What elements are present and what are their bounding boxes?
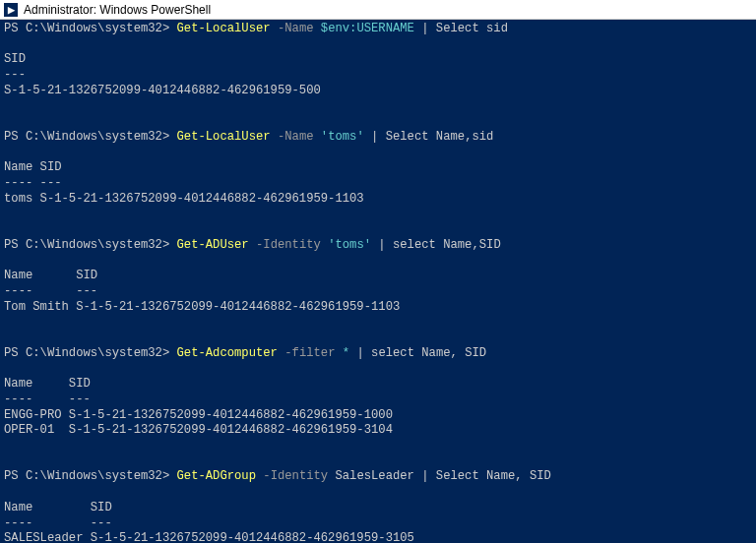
output-line: Name SID [4,501,752,516]
output-line: Name SID [4,377,752,392]
argument: SalesLeader [335,469,413,483]
output-line: ---- --- [4,176,752,192]
output-line: ---- --- [4,516,752,532]
icon-glyph: ▶ [8,5,15,15]
output-line: Tom Smith S-1-5-21-1326752099-4012446882… [4,300,752,316]
output-line [4,114,752,130]
window-title: Administrator: Windows PowerShell [24,3,211,17]
terminal-line: PS C:\Windows\system32> Get-LocalUser -N… [4,130,752,146]
prompt: PS C:\Windows\system32> [4,130,177,144]
cmdlet: Get-ADGroup [177,469,256,483]
output-line: Name SID [4,160,752,176]
terminal-area[interactable]: PS C:\Windows\system32> Get-LocalUser -N… [0,20,756,543]
output-line: Name SID [4,269,752,284]
pipeline-tail: | Select Name,sid [364,130,494,144]
prompt: PS C:\Windows\system32> [4,22,177,35]
output-line [4,146,752,161]
titlebar[interactable]: ▶ Administrator: Windows PowerShell [0,0,756,20]
parameter: -Name [278,22,314,35]
output-line: toms S-1-5-21-1326752099-4012446882-4629… [4,192,752,208]
output-line: ---- --- [4,284,752,300]
output-line: ENGG-PRO S-1-5-21-1326752099-4012446882-… [4,408,752,424]
output-line [4,454,752,470]
cmdlet: Get-Adcomputer [177,346,278,360]
pipeline-tail: | select Name,SID [371,238,501,252]
parameter: -Identity [256,238,321,252]
output-line: --- [4,68,752,84]
output-line [4,207,752,222]
terminal-line: PS C:\Windows\system32> Get-LocalUser -N… [4,22,752,37]
output-line [4,331,752,346]
parameter: -Identity [263,469,328,483]
argument: 'toms' [328,238,371,252]
prompt: PS C:\Windows\system32> [4,346,177,360]
output-line [4,99,752,115]
powershell-icon: ▶ [4,3,18,17]
output-line [4,439,752,454]
pipeline-tail: | select Name, SID [349,346,486,360]
parameter: -filter [284,346,335,360]
argument: $env:USERNAME [321,22,414,35]
output-line: OPER-01 S-1-5-21-1326752099-4012446882-4… [4,423,752,439]
output-line: SALESLeader S-1-5-21-1326752099-40124468… [4,531,752,543]
parameter: -Name [278,130,314,144]
output-line: SID [4,52,752,68]
output-line: ---- --- [4,392,752,408]
pipeline-tail: | Select sid [414,22,508,35]
prompt: PS C:\Windows\system32> [4,238,177,252]
terminal-line: PS C:\Windows\system32> Get-ADUser -Iden… [4,238,752,254]
output-line [4,485,752,501]
powershell-window: ▶ Administrator: Windows PowerShell PS C… [0,0,756,543]
output-line [4,361,752,377]
argument: 'toms' [321,130,364,144]
cmdlet: Get-ADUser [177,238,249,252]
terminal-line: PS C:\Windows\system32> Get-Adcomputer -… [4,346,752,362]
pipeline-tail: | Select Name, SID [414,469,551,483]
output-line [4,222,752,238]
output-line [4,315,752,331]
output-line [4,254,752,270]
terminal-line: PS C:\Windows\system32> Get-ADGroup -Ide… [4,469,752,485]
output-line: S-1-5-21-1326752099-4012446882-462961959… [4,84,752,99]
output-line [4,37,752,53]
cmdlet: Get-LocalUser [177,22,271,35]
prompt: PS C:\Windows\system32> [4,469,177,483]
cmdlet: Get-LocalUser [177,130,271,144]
